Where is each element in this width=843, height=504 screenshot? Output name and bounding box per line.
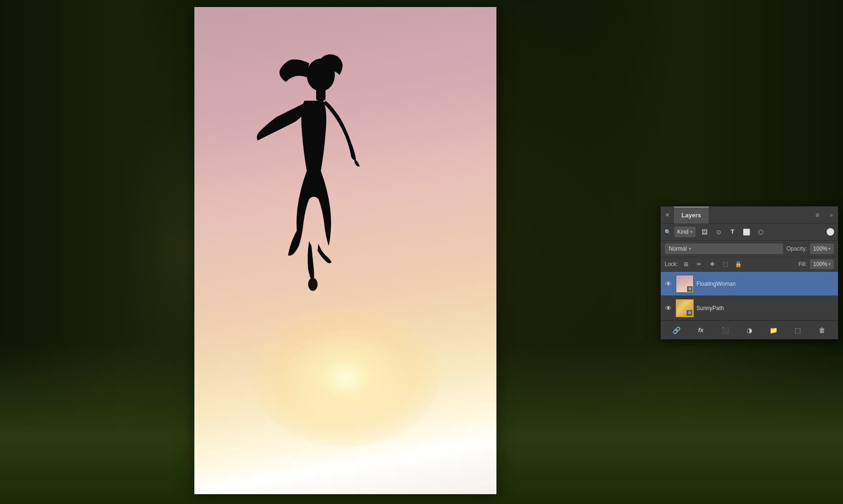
sun-glow <box>252 307 439 447</box>
layer-thumb-badge: ⊞ <box>687 286 693 292</box>
lock-transparency-button[interactable]: ⊞ <box>681 259 691 269</box>
kind-dropdown-label: Kind <box>677 229 688 235</box>
layer-name-sunny-path: SunnyPath <box>696 305 835 311</box>
group-layers-button[interactable]: 📁 <box>768 325 779 336</box>
filter-row: 🔍 Kind ▾ 🖼 ⊙ T ⬜ ⬡ <box>661 223 838 241</box>
fill-input[interactable]: 100% ▾ <box>810 259 834 269</box>
layer-visibility-sunny-path[interactable]: 👁 <box>664 304 673 313</box>
link-layers-button[interactable]: 🔗 <box>671 325 682 336</box>
opacity-value-text: 100% <box>813 245 828 252</box>
layers-list: 👁 ⊞ FloatingWoman 👁 ⊞ SunnyPath <box>661 272 838 320</box>
panel-toolbar: 🔗 fx ⬛ ◑ 📁 ⬚ 🗑 <box>661 320 838 339</box>
kind-dropdown[interactable]: Kind ▾ <box>674 226 696 237</box>
filter-shape-icon[interactable]: ⬜ <box>741 226 752 237</box>
fill-value-text: 100% <box>813 261 828 267</box>
delete-layer-button[interactable]: 🗑 <box>816 325 828 336</box>
panel-title-label: Layers <box>681 212 701 219</box>
kind-dropdown-arrow: ▾ <box>690 230 693 234</box>
blend-row: Normal ▾ Opacity: 100% ▾ <box>661 241 838 257</box>
photo-canvas <box>194 7 496 494</box>
panel-titlebar: ✕ Layers ≡ » <box>661 207 838 223</box>
blend-mode-arrow: ▾ <box>689 246 691 251</box>
blend-mode-label: Normal <box>669 245 687 252</box>
filter-search-icon: 🔍 <box>665 229 671 235</box>
panel-close-button[interactable]: ✕ <box>661 207 674 223</box>
fill-label: Fill: <box>799 261 807 267</box>
lock-artboard-button[interactable]: ⬚ <box>720 259 731 269</box>
lock-position-button[interactable]: ✥ <box>707 259 717 269</box>
layer-visibility-floating-woman[interactable]: 👁 <box>664 279 673 289</box>
filter-image-icon[interactable]: 🖼 <box>699 226 710 237</box>
panel-title-left: ✕ Layers <box>661 207 709 223</box>
opacity-label: Opacity: <box>786 245 807 252</box>
lock-pixels-button[interactable]: ✏ <box>694 259 704 269</box>
woman-silhouette <box>248 49 379 293</box>
fx-button[interactable]: fx <box>695 325 707 336</box>
layer-thumb-sunny-path: ⊞ <box>676 299 694 317</box>
opacity-arrow: ▾ <box>828 246 831 251</box>
layers-panel: ✕ Layers ≡ » 🔍 Kind ▾ 🖼 ⊙ T ⬜ ⬡ Normal ▾… <box>660 206 838 340</box>
layer-row-floating-woman[interactable]: 👁 ⊞ FloatingWoman <box>661 272 838 296</box>
panel-menu-button[interactable]: ≡ <box>810 207 825 223</box>
panel-title-tab[interactable]: Layers <box>674 207 709 223</box>
layer-thumb-floating-woman: ⊞ <box>676 275 694 293</box>
adjustment-button[interactable]: ◑ <box>744 325 755 336</box>
svg-rect-1 <box>316 89 325 101</box>
layer-row-sunny-path[interactable]: 👁 ⊞ SunnyPath <box>661 296 838 320</box>
lock-row: Lock: ⊞ ✏ ✥ ⬚ 🔒 Fill: 100% ▾ <box>661 257 838 272</box>
panel-collapse-button[interactable]: » <box>825 207 838 223</box>
filter-smart-icon[interactable]: ⬡ <box>755 226 766 237</box>
layer-thumb-badge-sunny: ⊞ <box>687 310 692 316</box>
svg-point-2 <box>308 278 318 291</box>
opacity-input[interactable]: 100% ▾ <box>810 243 834 254</box>
filter-dot <box>827 228 834 236</box>
layer-name-floating-woman: FloatingWoman <box>696 281 835 287</box>
filter-type-icon[interactable]: T <box>727 226 738 237</box>
lock-label: Lock: <box>665 261 678 267</box>
new-layer-button[interactable]: ⬚ <box>792 325 803 336</box>
blend-mode-dropdown[interactable]: Normal ▾ <box>665 243 784 254</box>
lock-all-button[interactable]: 🔒 <box>733 259 744 269</box>
filter-adjustment-icon[interactable]: ⊙ <box>713 226 724 237</box>
fill-arrow: ▾ <box>828 262 831 267</box>
add-mask-button[interactable]: ⬛ <box>719 325 731 336</box>
